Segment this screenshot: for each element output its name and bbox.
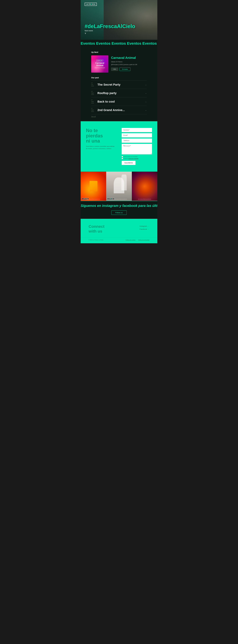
email-input[interactable] (122, 133, 152, 138)
newsletter-checkbox-row: Quiero unirme a la newsletter (122, 156, 152, 157)
facebook-link[interactable]: Facebook → (140, 228, 149, 230)
follow-button-section: Follow us (81, 210, 157, 219)
past-event-date: 28Sept2019 (91, 91, 96, 96)
up-next-buttons: Info Entradas (111, 68, 147, 71)
up-next-info: Carnaval Animal Sábado 25 Febrero @Princ… (111, 56, 147, 72)
privacy-policy-link[interactable]: Política de privacidad (138, 239, 149, 241)
table-row[interactable]: 28Sept2019 Rooftop party ⌄ (91, 89, 147, 98)
past-event-title: Rooftop party (98, 92, 145, 95)
hero-down-arrow: ∨ (85, 32, 93, 34)
past-event-title: 2nd Grand Annive... (98, 108, 145, 112)
carnaval-date: 22nd Feb @ Principito (95, 67, 105, 68)
past-event-date: 07Sept2019 (91, 99, 96, 104)
up-next-event-location: @Principito || 18:00 || precios a partir… (111, 64, 147, 66)
see-all-link[interactable]: See all (91, 116, 147, 117)
past-event-date: 19Oct2019 (91, 82, 96, 87)
footer: Connect with us Instagram → Facebook → ©… (81, 219, 157, 243)
privacy-checkbox[interactable] (122, 158, 123, 159)
past-event-title: The Secret Party (98, 83, 145, 86)
hero-next-event[interactable]: Next event ∨ (85, 30, 93, 34)
photo-item: FB.COM/LAFRESCALAFIESTA (132, 172, 157, 201)
past-event-chevron: ⌄ (145, 92, 147, 94)
footer-links: Instagram → Facebook → (140, 224, 149, 230)
newsletter-checkbox-label: Quiero unirme a la newsletter (124, 156, 138, 157)
brand-logo: LA FRESCA (85, 3, 97, 6)
table-row[interactable]: 19Oct2019 The Secret Party ⌄ (91, 80, 147, 89)
footer-main: Connect with us Instagram → Facebook → (81, 219, 157, 238)
hero-people-bg (104, 0, 157, 40)
photo-item: LA FRESCA FB.COM/LAFRESCALAFIESTA (81, 172, 106, 201)
past-event-chevron: ⌄ (145, 100, 147, 103)
past-event-chevron: ⌄ (145, 83, 147, 86)
our-past-label: Our past (91, 76, 147, 79)
past-event-chevron: ⌄ (145, 109, 147, 111)
events-section: Up Next LA FRESCA Carnaval Animal 22nd F… (81, 47, 157, 121)
social-ticker-text: Síguenos en instagram y facebook para la… (81, 204, 157, 208)
newsletter-checkbox[interactable] (122, 156, 123, 157)
past-events-list: 19Oct2019 The Secret Party ⌄ 28Sept2019 … (91, 80, 147, 114)
hero-section: LA FRESCA #deLaFrescaAlCielo Next event … (81, 0, 157, 40)
cookies-policy-link[interactable]: Política de cookies (125, 239, 135, 241)
social-ticker: Síguenos en instagram y facebook para la… (81, 201, 157, 210)
telefono-input[interactable] (122, 138, 152, 143)
privacy-checkbox-label: Acepto la política de privacidad (124, 158, 138, 159)
table-row[interactable]: 07Sept2019 2nd Grand Annive... ⌄ (91, 106, 147, 114)
newsletter-left: No te pierdas ni una Suscríbete a nuestr… (86, 128, 116, 150)
nombre-input[interactable] (122, 128, 152, 132)
photo-social-handle: FB.COM/LAFRESCALAFIESTA (87, 199, 100, 200)
form-checkboxes: Quiero unirme a la newsletter Acepto la … (122, 156, 152, 159)
next-event-label: Next event (85, 30, 93, 32)
instagram-link[interactable]: Instagram → (140, 225, 149, 227)
photo-item: INSTAGRAM.@LAFRESCALAFIESTA LA FRESCA (106, 172, 132, 201)
photo-social-handle: FB.COM/LAFRESCALAFIESTA (138, 199, 151, 200)
up-next-card: LA FRESCA Carnaval Animal 22nd Feb @ Pri… (91, 56, 147, 72)
carnaval-logo: LA FRESCA (96, 60, 103, 61)
up-next-event-image: LA FRESCA Carnaval Animal 22nd Feb @ Pri… (91, 56, 109, 72)
past-event-date: 07Sept2019 (91, 108, 96, 112)
privacy-link[interactable]: política de privacidad (128, 158, 138, 159)
footer-bottom: © 2019 La Fresca La Fiesta. Política de … (81, 238, 157, 243)
table-row[interactable]: 07Sept2019 Back to cool ⌄ (91, 98, 147, 106)
follow-button[interactable]: Follow us (111, 210, 127, 215)
events-ticker: Eventos Eventos Eventos Eventos Eventos … (81, 40, 157, 47)
past-event-title: Back to cool (98, 100, 145, 103)
entradas-button[interactable]: Entradas (119, 68, 130, 71)
newsletter-subtitle: Suscríbete a nuestra newsletter para ale… (86, 145, 116, 150)
info-button[interactable]: Info (111, 68, 118, 71)
footer-copyright: © 2019 La Fresca La Fiesta. (89, 239, 104, 241)
footer-policies: Política de cookies Política de privacid… (125, 239, 149, 241)
privacy-checkbox-row: Acepto la política de privacidad (122, 158, 152, 159)
photo-logo: LA FRESCA (107, 198, 114, 200)
mensaje-input[interactable] (122, 144, 152, 154)
newsletter-section: No te pierdas ni una Suscríbete a nuestr… (81, 121, 157, 172)
up-next-event-date: Sábado 25 Febrero (111, 61, 147, 63)
up-next-label: Up Next (91, 51, 147, 53)
ticker-text: Eventos Eventos Eventos Eventos Eventos … (81, 41, 157, 46)
carnaval-title: Carnaval Animal (95, 62, 104, 66)
logo-highlight: E (91, 4, 92, 5)
footer-connect-heading: Connect with us (89, 224, 105, 234)
newsletter-title: No te pierdas ni una (86, 128, 116, 144)
up-next-event-title: Carnaval Animal (111, 56, 147, 60)
photos-grid: LA FRESCA FB.COM/LAFRESCALAFIESTA INSTAG… (81, 172, 157, 201)
subscribe-button[interactable]: Suscribirme (122, 161, 135, 165)
hero-title: #deLaFrescaAlCielo (85, 23, 135, 29)
newsletter-form: Quiero unirme a la newsletter Acepto la … (122, 128, 152, 165)
